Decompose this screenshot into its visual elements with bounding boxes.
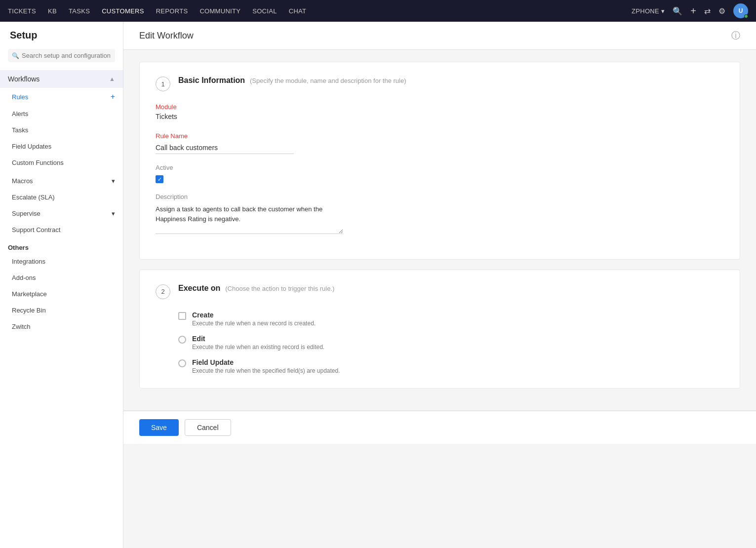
active-field: Active ✓ [156,164,724,183]
zwitch-label: Zwitch [12,323,31,330]
workflows-section-header[interactable]: Workflows ▲ [0,70,123,88]
field-updates-label: Field Updates [12,143,51,150]
sidebar-item-supervise[interactable]: Supervise ▾ [0,205,123,222]
sidebar-title: Setup [0,22,123,45]
edit-desc: Execute the rule when an existing record… [192,344,324,351]
rule-name-field: Rule Name [156,132,724,154]
custom-functions-label: Custom Functions [12,159,64,166]
nav-item-customers[interactable]: CUSTOMERS [102,5,144,17]
settings-icon[interactable]: ⚙ [718,6,725,16]
sidebar-item-zwitch[interactable]: Zwitch [0,318,123,335]
sidebar-item-tasks[interactable]: Tasks [0,122,123,138]
edit-radio[interactable] [178,336,186,344]
rule-name-input[interactable] [156,142,294,154]
description-label: Description [156,193,724,200]
others-items: IntegrationsAdd-onsMarketplaceRecycle Bi… [0,253,123,335]
support-contract-label: Support Contract [12,226,60,234]
active-checkbox[interactable]: ✓ [156,175,163,183]
description-input[interactable]: Assign a task to agents to call back the… [156,204,343,234]
check-mark-icon: ✓ [158,176,162,183]
nav-item-kb[interactable]: KB [48,5,57,17]
escalate-label: Escalate (SLA) [12,194,55,201]
others-group-label: Others [0,238,123,253]
cancel-button[interactable]: Cancel [185,419,231,436]
sidebar-item-custom-functions[interactable]: Custom Functions [0,155,123,171]
rules-label: Rules [12,93,28,101]
supervise-chevron: ▾ [112,210,115,217]
workflows-chevron: ▲ [109,76,115,82]
supervise-label: Supervise [12,210,40,217]
sidebar-item-marketplace[interactable]: Marketplace [0,286,123,302]
integrations-label: Integrations [12,258,45,265]
sidebar: Setup 🔍 Workflows ▲ Rules+AlertsTasksFie… [0,22,123,548]
sidebar-item-recycle-bin[interactable]: Recycle Bin [0,302,123,318]
save-button[interactable]: Save [139,419,179,436]
online-indicator [744,14,748,18]
section1-heading: Basic Information [178,76,245,84]
create-checkbox[interactable] [178,312,186,320]
top-nav: TICKETSKBTASKSCUSTOMERSREPORTSCOMMUNITYS… [0,0,756,22]
sidebar-item-alerts[interactable]: Alerts [0,106,123,122]
add-ons-label: Add-ons [12,274,36,281]
form-container: 1 Basic Information (Specify the module,… [123,50,756,410]
sidebar-search-wrap: 🔍 [0,45,123,68]
section1-number: 1 [156,77,170,91]
active-label: Active [156,164,724,171]
sidebar-item-field-updates[interactable]: Field Updates [0,138,123,155]
alerts-label: Alerts [12,110,28,117]
nav-item-tasks[interactable]: TASKS [69,5,90,17]
rules-add-icon[interactable]: + [111,92,115,101]
active-checkbox-wrap: ✓ [156,175,724,183]
macros-chevron: ▾ [112,177,115,185]
sidebar-item-rules[interactable]: Rules+ [0,88,123,106]
execute-option-edit: Edit Execute the rule when an existing r… [178,335,724,351]
create-title: Create [192,311,316,319]
basic-info-section: 1 Basic Information (Specify the module,… [139,62,740,260]
execute-option-create: Create Execute the rule when a new recor… [178,311,724,327]
create-desc: Execute the rule when a new record is cr… [192,320,316,327]
sidebar-item-integrations[interactable]: Integrations [0,253,123,270]
sidebar-search-input[interactable] [8,49,115,62]
tasks-label: Tasks [12,126,28,134]
execute-options: Create Execute the rule when a new recor… [178,311,724,374]
sidebar-item-escalate[interactable]: Escalate (SLA) [0,189,123,205]
search-icon[interactable]: 🔍 [673,6,682,16]
switch-icon[interactable]: ⇄ [704,6,711,16]
macros-label: Macros [12,177,33,185]
nav-item-community[interactable]: COMMUNITY [199,5,240,17]
sidebar-item-macros[interactable]: Macros ▾ [0,173,123,189]
rule-name-label: Rule Name [156,132,724,140]
page-header: Edit Workflow ⓘ [123,22,756,50]
execute-on-section: 2 Execute on (Choose the action to trigg… [139,270,740,389]
field-update-radio[interactable] [178,359,186,367]
sidebar-item-support-contract[interactable]: Support Contract [0,222,123,238]
app-body: Setup 🔍 Workflows ▲ Rules+AlertsTasksFie… [0,22,756,548]
field-update-title: Field Update [192,358,340,366]
recycle-bin-label: Recycle Bin [12,307,46,314]
section2-heading: Execute on [178,284,220,292]
sidebar-item-add-ons[interactable]: Add-ons [0,270,123,286]
main-content: Edit Workflow ⓘ 1 Basic Information (Spe… [123,22,756,548]
module-field: Module Tickets [156,103,724,122]
footer-actions: Save Cancel [123,411,756,444]
section2-subheading: (Choose the action to trigger this rule.… [225,285,334,292]
nav-item-social[interactable]: SOCIAL [252,5,277,17]
info-icon[interactable]: ⓘ [731,30,740,41]
section1-heading-wrap: Basic Information (Specify the module, n… [178,76,406,85]
sidebar-search-icon: 🔍 [12,52,19,59]
nav-item-reports[interactable]: REPORTS [156,5,188,17]
avatar[interactable]: U [733,3,748,18]
workflows-label: Workflows [8,75,40,83]
execute-option-field-update: Field Update Execute the rule when the s… [178,358,724,374]
section2-title-row: 2 Execute on (Choose the action to trigg… [156,284,724,299]
add-icon[interactable]: + [690,5,696,17]
section1-subheading: (Specify the module, name and descriptio… [250,77,406,84]
zphone-selector[interactable]: zPhone ▾ [632,5,665,17]
description-field: Description Assign a task to agents to c… [156,193,724,235]
edit-option-text: Edit Execute the rule when an existing r… [192,335,324,351]
nav-item-chat[interactable]: CHAT [289,5,307,17]
nav-item-tickets[interactable]: TICKETS [8,5,36,17]
edit-title: Edit [192,335,324,343]
marketplace-label: Marketplace [12,290,47,298]
section1-title-row: 1 Basic Information (Specify the module,… [156,76,724,91]
